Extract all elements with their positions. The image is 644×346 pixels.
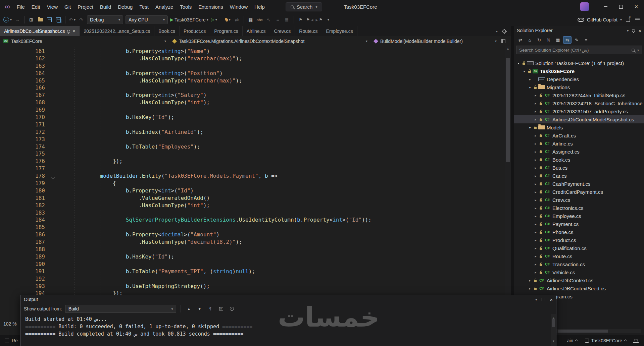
tree-item[interactable]: ▸C#AirlinesDbContext.cs: [514, 276, 644, 284]
code-line[interactable]: b.Property<int>("Id"): [61, 187, 505, 194]
tree-item[interactable]: ▸C#Payment.cs: [514, 220, 644, 228]
expander-closed-icon[interactable]: ▸: [533, 214, 538, 218]
expander-closed-icon[interactable]: ▸: [533, 271, 538, 274]
expander-closed-icon[interactable]: ▸: [528, 77, 532, 81]
navigate-forward-button[interactable]: →: [14, 15, 21, 24]
collapse-all-icon[interactable]: ⇅: [544, 36, 553, 44]
close-button[interactable]: ×: [629, 0, 644, 13]
editor-zoom-control[interactable]: 102 %: [3, 321, 17, 327]
solution-configuration-dropdown[interactable]: Debug ▾: [87, 15, 123, 24]
home-icon[interactable]: ⌂: [526, 36, 534, 44]
tree-item[interactable]: ▸C#Book.cs: [514, 156, 644, 164]
expander-open-icon[interactable]: ▾: [528, 126, 532, 129]
code-line[interactable]: SqlServerPropertyBuilderExtensions.UseId…: [61, 216, 505, 224]
maximize-icon[interactable]: [542, 298, 545, 301]
open-folder-button[interactable]: [37, 15, 44, 24]
word-wrap-icon[interactable]: ¶: [207, 305, 214, 312]
menu-help[interactable]: Help: [251, 3, 268, 11]
switch-views-icon[interactable]: ⇄: [516, 36, 525, 44]
tree-item[interactable]: ▸C#Route.cs: [514, 252, 644, 260]
tree-item[interactable]: ▸C#Qualification.cs: [514, 244, 644, 252]
code-line[interactable]: [61, 84, 505, 92]
expander-closed-icon[interactable]: ▸: [533, 158, 538, 162]
code-line[interactable]: [61, 261, 505, 268]
expander-open-icon[interactable]: ▾: [528, 85, 532, 89]
expander-closed-icon[interactable]: ▸: [533, 166, 538, 170]
pin-icon[interactable]: [632, 29, 635, 32]
solution-platform-dropdown[interactable]: Any CPU ▾: [126, 15, 168, 24]
preview-icon[interactable]: ≡: [582, 36, 590, 44]
close-icon[interactable]: ×: [638, 28, 641, 34]
tree-item[interactable]: ▸C#AirCraft.cs: [514, 131, 644, 139]
menu-file[interactable]: File: [13, 3, 28, 11]
navigate-back-button[interactable]: ←▾: [3, 15, 12, 24]
breadcrumb-type-dropdown[interactable]: Task03EFCore.Migrations.AirlinesDbContex…: [169, 36, 371, 46]
code-line[interactable]: [61, 209, 505, 217]
expander-open-icon[interactable]: ▾: [522, 69, 527, 73]
split-editor-icon[interactable]: [501, 39, 505, 43]
next-bookmark-button[interactable]: ▸⚑: [315, 15, 323, 24]
window-position-chevron-icon[interactable]: ▾: [627, 29, 629, 33]
start-without-debugging-button[interactable]: ▷▾: [211, 15, 217, 24]
previous-bookmark-button[interactable]: ⚑◂: [306, 15, 313, 24]
tree-item[interactable]: ▸C#Airline.cs: [514, 139, 644, 148]
expander-closed-icon[interactable]: ▸: [533, 238, 538, 242]
tree-item[interactable]: ▾Solution 'Task03EFCore' (1 of 1 project…: [514, 59, 644, 67]
user-avatar[interactable]: [580, 2, 589, 11]
document-tab[interactable]: AirlinesDbCo...elSnapshot.cs×: [0, 26, 80, 36]
scrollbar-thumb[interactable]: [552, 319, 555, 327]
document-list-chevron-icon[interactable]: ▾: [496, 30, 498, 33]
code-line[interactable]: [61, 150, 505, 158]
expander-closed-icon[interactable]: ▸: [533, 134, 538, 137]
goto-next-message-icon[interactable]: ▼: [196, 305, 203, 312]
expander-closed-icon[interactable]: ▸: [533, 118, 538, 121]
menu-build[interactable]: Build: [97, 3, 114, 11]
scroll-down-icon[interactable]: ▼: [551, 338, 556, 345]
close-icon[interactable]: ×: [72, 28, 75, 34]
code-line[interactable]: b.Property<string>("Position"): [61, 70, 505, 77]
redo-button[interactable]: ↷: [78, 15, 85, 24]
code-line[interactable]: [61, 165, 505, 172]
text-suggestions-button[interactable]: abc: [256, 15, 263, 24]
code-line[interactable]: b.HasKey("Id");: [61, 114, 505, 121]
sync-with-active-document-icon[interactable]: ⇆: [563, 36, 572, 44]
tree-item[interactable]: ▸C#Product.cs: [514, 236, 644, 244]
tree-item[interactable]: ▸C#Transaction.cs: [514, 260, 644, 268]
expander-closed-icon[interactable]: ▸: [533, 182, 538, 186]
menu-git[interactable]: Git: [61, 3, 74, 11]
document-tab[interactable]: Program.cs: [210, 26, 243, 36]
line-numbers-button[interactable]: ≣: [284, 15, 290, 24]
code-line[interactable]: b.Property<int>("Salary"): [61, 92, 505, 99]
menu-project[interactable]: Project: [74, 3, 97, 11]
code-line[interactable]: b.ToTable("Employees");: [61, 143, 505, 151]
tree-item[interactable]: ▸C#20251203224218_SectionC_Inheritance_S…: [514, 99, 644, 107]
undo-button[interactable]: ↶ ▾: [69, 15, 76, 24]
expander-closed-icon[interactable]: ▸: [533, 254, 538, 258]
save-button[interactable]: [46, 15, 53, 24]
close-icon[interactable]: ×: [550, 297, 553, 302]
window-position-chevron-icon[interactable]: ▾: [535, 298, 537, 301]
document-tab[interactable]: Product.cs: [180, 26, 210, 36]
tree-item[interactable]: ▸C#Assigned.cs: [514, 148, 644, 156]
expander-closed-icon[interactable]: ▸: [533, 230, 538, 234]
expander-closed-icon[interactable]: ▸: [533, 142, 538, 146]
scroll-up-icon[interactable]: ▲: [505, 47, 511, 50]
new-project-button[interactable]: ⊞: [28, 15, 35, 24]
refresh-icon[interactable]: ↻: [535, 36, 543, 44]
code-line[interactable]: .HasColumnType("nvarchar(max)");: [61, 55, 505, 62]
expander-closed-icon[interactable]: ▸: [533, 190, 538, 194]
menu-analyze[interactable]: Analyze: [152, 3, 177, 11]
tree-item[interactable]: ▸C#Crew.cs: [514, 196, 644, 204]
expander-closed-icon[interactable]: ▸: [528, 287, 532, 290]
code-area[interactable]: b.Property<string>("Name") .HasColumnTyp…: [61, 48, 505, 335]
code-line[interactable]: b.HasKey("Id");: [61, 253, 505, 261]
code-line[interactable]: .HasColumnType("int");: [61, 99, 505, 106]
document-tab[interactable]: 202512032242...ance_Setup.cs: [80, 26, 155, 36]
menu-view[interactable]: View: [44, 3, 61, 11]
code-line[interactable]: [61, 224, 505, 231]
task-status-icon[interactable]: [5, 339, 9, 343]
expander-closed-icon[interactable]: ▸: [533, 263, 538, 266]
tree-item[interactable]: ▸C#CashPayment.cs: [514, 180, 644, 188]
code-line[interactable]: [61, 121, 505, 128]
code-line[interactable]: [61, 246, 505, 253]
